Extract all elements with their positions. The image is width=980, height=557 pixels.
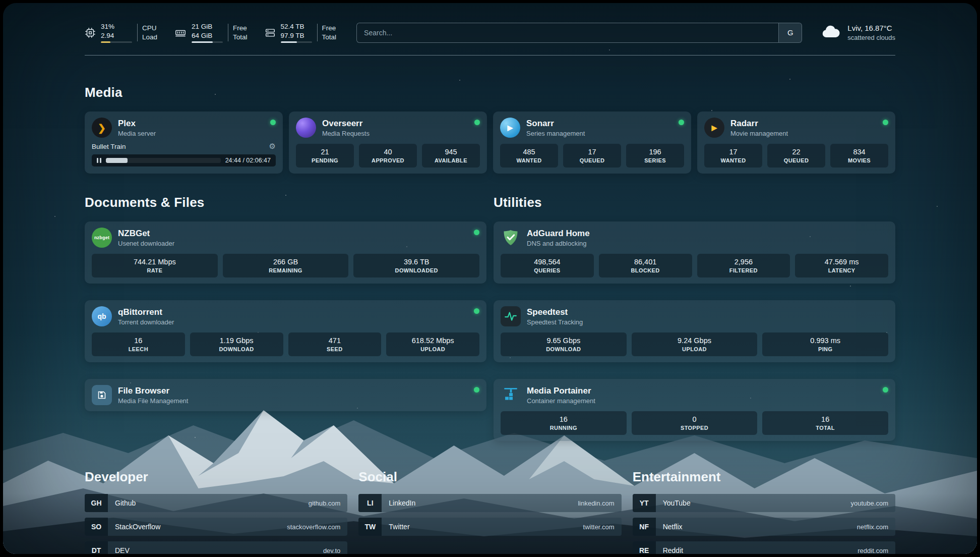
netflix-icon: NF — [633, 518, 656, 536]
service-name: Speedtest — [527, 307, 583, 317]
stat-value: 21 — [298, 148, 352, 156]
service-name: Overseerr — [322, 119, 370, 129]
stat-total: 16 TOTAL — [762, 411, 888, 435]
stat-seed: 471 SEED — [288, 332, 382, 356]
playback-time: 24:44 / 02:06:47 — [225, 157, 271, 164]
stat-label: SEED — [290, 346, 380, 352]
ram-values: 21 GiB 64 GiB — [192, 22, 223, 43]
bookmark-twitter[interactable]: TW Twitter twitter.com — [358, 518, 621, 536]
ram-label-top: Free — [233, 24, 248, 33]
disk-free: 52.4 TB — [281, 22, 312, 31]
search-engine-button[interactable]: G — [778, 23, 802, 42]
stat-download: 9.65 Gbps DOWNLOAD — [501, 332, 627, 356]
service-desc: Usenet downloader — [118, 240, 174, 247]
service-name: NZBGet — [118, 229, 174, 239]
service-card-speedtest[interactable]: Speedtest Speedtest Tracking 9.65 Gbps D… — [494, 300, 895, 362]
stat-label: RATE — [94, 267, 216, 273]
stat-value: 40 — [361, 148, 415, 156]
service-card-sonarr[interactable]: ▶ Sonarr Series management 485 WANTED — [493, 112, 691, 174]
disk-label-top: Free — [322, 24, 337, 33]
cpu-usage-bar — [101, 41, 132, 43]
service-card-portainer[interactable]: Media Portainer Container management 16 … — [494, 379, 895, 441]
status-online-dot — [883, 387, 888, 393]
stat-download: 1.19 Gbps DOWNLOAD — [190, 332, 283, 356]
service-card-qbittorrent[interactable]: qb qBittorrent Torrent downloader 16 LEE… — [85, 300, 486, 362]
stat-value: 16 — [764, 415, 886, 423]
cpu-widget: 31% 2.94 CPU Load — [85, 22, 157, 43]
cpu-labels: CPU Load — [137, 24, 157, 41]
bookmark-github[interactable]: GH Github github.com — [85, 494, 347, 512]
section-title-media: Media — [85, 85, 895, 100]
qbittorrent-icon: qb — [92, 306, 112, 326]
bookmark-name: LinkedIn — [389, 499, 415, 507]
bookmark-dev[interactable]: DT DEV dev.to — [85, 541, 347, 554]
stat-filtered: 2,956 FILTERED — [697, 254, 790, 277]
service-card-plex[interactable]: ❯ Plex Media server Bullet Train ⚙ — [85, 112, 283, 174]
github-icon: GH — [85, 494, 108, 512]
nzbget-icon: nzbget — [92, 228, 112, 248]
service-desc: Series management — [526, 130, 585, 137]
stat-wanted: 17 WANTED — [704, 144, 762, 168]
stat-approved: 40 APPROVED — [359, 144, 417, 168]
stat-label: DOWNLOAD — [503, 346, 625, 352]
bookmark-netflix[interactable]: NF Netflix netflix.com — [633, 518, 895, 536]
portainer-crane-icon — [501, 385, 521, 405]
stat-remaining: 266 GB REMAINING — [223, 254, 349, 277]
gear-icon[interactable]: ⚙ — [269, 142, 276, 151]
stat-label: TOTAL — [764, 425, 886, 431]
weather-location: Lviv, 16.87°C — [847, 23, 895, 33]
ram-icon — [174, 27, 187, 38]
reddit-icon: RE — [633, 541, 656, 554]
bookmark-stackoverflow[interactable]: SO StackOverflow stackoverflow.com — [85, 518, 347, 536]
pause-icon[interactable] — [97, 158, 101, 163]
stat-blocked: 86,401 BLOCKED — [599, 254, 692, 277]
now-playing-title: Bullet Train — [92, 143, 126, 150]
speedtest-pulse-icon — [501, 306, 521, 326]
service-name: File Browser — [118, 386, 188, 396]
disk-values: 52.4 TB 97.9 TB — [281, 22, 312, 43]
disk-icon — [265, 27, 276, 38]
stat-value: 9.65 Gbps — [503, 337, 625, 345]
stat-label: PENDING — [298, 157, 352, 163]
bookmark-url: reddit.com — [858, 547, 888, 554]
stat-label: UPLOAD — [634, 346, 756, 352]
bookmark-youtube[interactable]: YT YouTube youtube.com — [633, 494, 895, 512]
cpu-label-top: CPU — [142, 24, 157, 33]
stat-value: 744.21 Mbps — [94, 258, 216, 266]
service-card-nzbget[interactable]: nzbget NZBGet Usenet downloader 744.21 M… — [85, 221, 486, 284]
service-card-overseerr[interactable]: Overseerr Media Requests 21 PENDING 40 A… — [289, 112, 487, 174]
twitter-icon: TW — [358, 518, 382, 536]
service-card-adguard[interactable]: AdGuard Home DNS and adblocking 498,564 … — [494, 221, 895, 284]
cpu-values: 31% 2.94 — [101, 22, 132, 43]
stat-label: MOVIES — [832, 157, 886, 163]
stat-label: PING — [764, 346, 886, 352]
stat-running: 16 RUNNING — [501, 411, 627, 435]
bookmark-group-title: Social — [358, 469, 621, 485]
bookmark-linkedin[interactable]: LI LinkedIn linkedin.com — [358, 494, 621, 512]
service-name: Radarr — [730, 119, 788, 129]
bookmark-url: dev.to — [323, 547, 340, 554]
search-input[interactable] — [357, 23, 778, 42]
stat-rate: 744.21 Mbps RATE — [92, 254, 218, 277]
stat-label: FILTERED — [699, 267, 788, 273]
playback-progress-track[interactable] — [106, 158, 221, 163]
section-title-documents: Documents & Files — [85, 195, 486, 210]
bookmark-group-title: Entertainment — [633, 469, 895, 485]
stat-upload: 9.24 Gbps UPLOAD — [632, 332, 758, 356]
bookmark-url: twitter.com — [583, 523, 615, 531]
bookmark-reddit[interactable]: RE Reddit reddit.com — [633, 541, 895, 554]
stat-value: 16 — [94, 337, 183, 345]
stackoverflow-icon: SO — [85, 518, 108, 536]
section-documents-files: Documents & Files nzbget NZBGet Usenet d… — [85, 195, 486, 411]
service-card-filebrowser[interactable]: File Browser Media File Management — [85, 379, 486, 411]
stat-label: AVAILABLE — [424, 157, 478, 163]
plex-player-bar: 24:44 / 02:06:47 — [92, 154, 276, 166]
stat-label: QUEUED — [565, 157, 619, 163]
stat-queued: 22 QUEUED — [767, 144, 825, 168]
ram-usage-bar — [192, 41, 223, 43]
stat-label: DOWNLOAD — [192, 346, 281, 352]
stat-value: 16 — [503, 415, 625, 423]
disk-label-bottom: Total — [322, 33, 337, 42]
stat-value: 834 — [832, 148, 886, 156]
service-card-radarr[interactable]: ▶ Radarr Movie management 17 WANTED — [697, 112, 895, 174]
